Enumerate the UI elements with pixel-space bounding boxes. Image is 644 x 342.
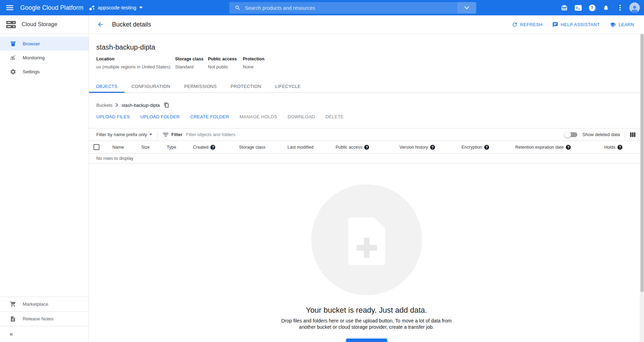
page-header: Bucket details REFRESH HELP ASSISTANT LE… <box>89 15 644 34</box>
back-button[interactable] <box>96 20 105 29</box>
column-header-last-modified: Last modified <box>287 141 313 154</box>
column-header-holds: Holds? <box>604 141 622 154</box>
cloud-shell-button[interactable] <box>572 2 584 14</box>
empty-state-title: Your bucket is ready. Just add data. <box>89 306 644 315</box>
vertical-dots-icon <box>619 5 621 11</box>
divider <box>625 131 625 139</box>
sidebar-item-label: Marketplace <box>23 302 48 307</box>
chevron-right-icon <box>115 103 118 107</box>
tab-lifecycle[interactable]: LIFECYCLE <box>268 80 308 92</box>
tab-permissions[interactable]: PERMISSIONS <box>177 80 224 92</box>
empty-state-description-line1: Drop files and folders here or use the u… <box>89 318 644 324</box>
chat-icon <box>552 22 558 28</box>
help-assistant-label: HELP ASSISTANT <box>561 22 600 27</box>
column-header-storage-class: Storage class <box>239 141 265 154</box>
search-options-button[interactable] <box>457 2 476 14</box>
column-header-size: Size <box>141 141 150 154</box>
select-all-checkbox[interactable] <box>93 144 99 150</box>
help-assistant-button[interactable]: HELP ASSISTANT <box>552 22 600 28</box>
empty-state: Your bucket is ready. Just add data. Dro… <box>89 184 644 342</box>
bell-icon <box>603 5 609 11</box>
breadcrumb-buckets-link[interactable]: Buckets <box>96 103 112 108</box>
project-icon <box>89 5 95 11</box>
help-button[interactable]: ? <box>586 2 598 14</box>
bucket-summary-fields: Location us (multiple regions in United … <box>96 57 644 69</box>
free-trial-gift-button[interactable] <box>558 2 570 14</box>
gcp-logo[interactable]: Google Cloud Platform <box>20 4 83 12</box>
collapse-sidebar-button[interactable] <box>0 326 89 342</box>
scrollbar-thumb[interactable] <box>641 34 644 292</box>
help-icon[interactable]: ? <box>364 145 369 150</box>
field-value: Not public <box>208 64 243 69</box>
column-header-public-access: Public access? <box>336 141 369 154</box>
tab-objects[interactable]: OBJECTS <box>89 80 125 92</box>
collapse-panel-icon <box>8 331 14 337</box>
field-label: Location <box>96 57 175 61</box>
person-icon <box>630 5 639 13</box>
project-name: appscode-testing <box>98 5 136 10</box>
page-header-actions: REFRESH HELP ASSISTANT LEARN <box>512 22 634 28</box>
create-folder-button[interactable]: CREATE FOLDER <box>187 112 232 121</box>
hamburger-icon <box>6 5 13 10</box>
hamburger-menu-button[interactable] <box>3 1 17 15</box>
sidebar-footer: Marketplace Release Notes <box>0 297 89 342</box>
help-icon[interactable]: ? <box>617 145 622 150</box>
filter-scope-dropdown[interactable]: Filter by name prefix only <box>96 132 152 137</box>
search-input[interactable] <box>245 5 454 11</box>
upload-folder-button[interactable]: UPLOAD FOLDER <box>137 112 182 121</box>
column-header-type: Type <box>167 141 176 154</box>
back-arrow-icon <box>97 21 104 28</box>
project-selector[interactable]: appscode-testing <box>89 5 142 11</box>
column-header-retention-expiration-date: Retention expiration date? <box>515 141 571 154</box>
empty-state-upload-button[interactable] <box>346 339 387 342</box>
bucket-name-title: stash-backup-dipta <box>96 43 644 51</box>
field-label: Storage class <box>175 57 208 61</box>
document-icon <box>9 316 17 322</box>
help-icon[interactable]: ? <box>484 145 489 150</box>
field-value: us (multiple regions in United States) <box>96 64 175 69</box>
sidebar-item-label: Browser <box>23 41 40 46</box>
filter-objects-input[interactable] <box>186 132 565 137</box>
tab-protection[interactable]: PROTECTION <box>224 80 268 92</box>
manage-holds-button[interactable]: MANAGE HOLDS <box>237 112 280 121</box>
more-options-button[interactable] <box>614 2 626 14</box>
help-icon[interactable]: ? <box>210 145 215 150</box>
copy-bucket-name-button[interactable] <box>164 102 169 108</box>
column-display-options-button[interactable] <box>630 132 636 137</box>
sidebar-item-monitoring[interactable]: Monitoring <box>0 51 89 65</box>
topbar-actions: ? <box>558 0 640 15</box>
gift-icon <box>561 5 568 11</box>
graduation-cap-icon <box>609 22 616 28</box>
sidebar-item-browser[interactable]: Browser <box>0 37 89 51</box>
notifications-button[interactable] <box>600 2 612 14</box>
show-deleted-label: Show deleted data <box>582 132 620 137</box>
help-icon[interactable]: ? <box>566 145 571 150</box>
breadcrumb: Buckets stash-backup-dipta <box>96 102 644 108</box>
tab-configuration[interactable]: CONFIGURATION <box>125 80 177 92</box>
empty-state-description-line2: another bucket or cloud storage provider… <box>89 324 644 330</box>
help-icon[interactable]: ? <box>430 145 435 150</box>
refresh-button[interactable]: REFRESH <box>512 22 542 28</box>
product-title: Cloud Storage <box>22 21 57 28</box>
delete-button[interactable]: DELETE <box>323 112 346 121</box>
sidebar-nav: Browser Monitoring Settings <box>0 34 89 79</box>
add-file-icon <box>348 217 385 265</box>
filter-bar: Filter by name prefix only Filter Show d… <box>89 128 644 141</box>
download-button[interactable]: DOWNLOAD <box>285 112 318 121</box>
learn-button[interactable]: LEARN <box>609 22 634 28</box>
toggle-knob <box>564 131 571 138</box>
sidebar-item-label: Monitoring <box>23 55 45 60</box>
show-deleted-toggle[interactable] <box>565 132 577 137</box>
sidebar-item-settings[interactable]: Settings <box>0 65 89 79</box>
refresh-icon <box>512 22 518 28</box>
cart-icon <box>9 301 17 307</box>
account-avatar[interactable] <box>629 2 640 13</box>
upload-files-button[interactable]: UPLOAD FILES <box>93 112 133 121</box>
copy-icon <box>164 102 169 108</box>
bucket-tabs: OBJECTS CONFIGURATION PERMISSIONS PROTEC… <box>89 80 644 93</box>
column-header-encryption: Encryption? <box>462 141 489 154</box>
sidebar-item-marketplace[interactable]: Marketplace <box>0 297 89 311</box>
sidebar-item-release-notes[interactable]: Release Notes <box>0 311 89 326</box>
field-protection: Protection None <box>243 57 264 69</box>
field-public-access: Public access Not public <box>208 57 243 69</box>
